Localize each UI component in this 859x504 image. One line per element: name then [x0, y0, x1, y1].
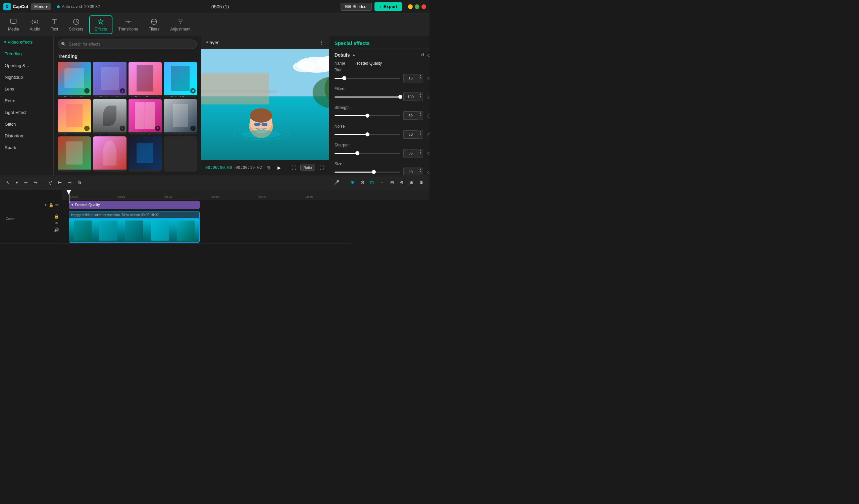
noise-thumb[interactable]: [365, 132, 370, 137]
titlebar: C CapCut Menu ▾ Auto saved: 20:39:32 050…: [0, 0, 430, 13]
size-track[interactable]: [334, 172, 400, 173]
audio-sync-button[interactable]: ↔: [378, 178, 386, 186]
video-audio-icon[interactable]: 🔊: [54, 227, 59, 232]
strength-track[interactable]: [334, 115, 400, 116]
zoom-out-button[interactable]: ⊖: [398, 178, 406, 186]
player-menu-button[interactable]: ⋮: [318, 39, 325, 46]
effect-track-icons: ✦ 🔒 👁: [44, 203, 59, 207]
fullscreen-crop-button[interactable]: ⛶: [290, 164, 297, 171]
trim-end-button[interactable]: ⊣: [66, 178, 74, 186]
zoom-in-button[interactable]: ⊕: [408, 178, 416, 186]
effect-item-flash[interactable]: ↓ Flash Vibration: [164, 99, 197, 134]
strength-down[interactable]: ▼: [418, 114, 423, 117]
video-effects-header[interactable]: ▾ Video effects: [0, 36, 54, 48]
blur-down[interactable]: ▼: [418, 77, 423, 79]
search-input[interactable]: [58, 40, 197, 49]
effect-lock-icon[interactable]: 🔒: [49, 203, 54, 207]
blur-thumb[interactable]: [342, 76, 346, 80]
sidebar-item-lens[interactable]: Lens: [0, 83, 54, 95]
sharpen-track[interactable]: [334, 153, 400, 154]
effect-thumb-optical: ↺: [164, 62, 197, 95]
size-keyframe[interactable]: ◇: [427, 169, 430, 175]
noise-keyframe[interactable]: ◇: [427, 132, 430, 137]
noise-track[interactable]: [334, 134, 400, 135]
tab-effects[interactable]: Effects: [89, 15, 112, 34]
video-track: Happy child on summer vacation. Slow mot…: [62, 210, 351, 243]
ratio-button[interactable]: Ratio: [300, 164, 315, 171]
sidebar-item-light-effect[interactable]: Light Effect: [0, 107, 54, 118]
video-thumbnail-strip[interactable]: [69, 219, 200, 242]
video-eye-icon[interactable]: 👁: [54, 221, 59, 225]
tab-adjustment[interactable]: Adjustment: [165, 16, 195, 33]
blur-track[interactable]: [334, 78, 400, 79]
sidebar-item-glitch[interactable]: Glitch: [0, 118, 54, 130]
effect-item-spook[interactable]: ↓ Spook...amera: [93, 99, 126, 134]
settings-button[interactable]: ⚙: [418, 178, 425, 186]
diamond-button[interactable]: ◇: [427, 52, 430, 58]
sidebar-item-trending[interactable]: Trending: [0, 48, 54, 60]
pip-button[interactable]: ⊠: [358, 178, 366, 186]
timeline-view-button[interactable]: ⊞: [266, 164, 271, 171]
effect-item-girl[interactable]: [93, 137, 126, 172]
tab-audio[interactable]: Audio: [25, 16, 45, 33]
size-thumb[interactable]: [372, 170, 376, 174]
overlay-button[interactable]: ⊡: [368, 178, 376, 186]
menu-button[interactable]: Menu ▾: [31, 3, 51, 10]
effect-item-sharpen[interactable]: ↓ Sharpen Edges: [58, 99, 91, 134]
effect-item-frosted1[interactable]: ↓ Froste...uality: [58, 62, 91, 97]
export-button[interactable]: ↑ Export: [375, 2, 402, 11]
main-track-button[interactable]: ⊞: [349, 178, 356, 186]
effect-star-icon[interactable]: ✦: [44, 203, 47, 207]
noise-down[interactable]: ▼: [418, 133, 423, 136]
filters-down[interactable]: ▼: [418, 95, 423, 98]
noise-control: 50 ▲ ▼ ◇: [334, 130, 430, 139]
select-tool-button[interactable]: ↖: [4, 178, 12, 186]
filters-keyframe[interactable]: ◇: [427, 94, 430, 99]
effect-item-frosted2[interactable]: ↓ Froste...uality: [93, 62, 126, 97]
sharpen-thumb[interactable]: [355, 151, 359, 155]
tab-text[interactable]: Text: [46, 16, 63, 33]
sidebar-item-spark[interactable]: Spark: [0, 142, 54, 154]
microphone-button[interactable]: 🎤: [332, 178, 342, 186]
size-down[interactable]: ▼: [418, 171, 423, 173]
delete-button[interactable]: 🗑: [75, 178, 84, 186]
player-header: Player ⋮: [201, 36, 329, 49]
noise-value-group: 50 ▲ ▼: [403, 130, 423, 139]
sidebar-item-distortion[interactable]: Distortion: [0, 130, 54, 142]
effect-item-xmas[interactable]: [58, 137, 91, 172]
redo-button[interactable]: ↪: [32, 178, 40, 186]
effect-item-optical[interactable]: ↺ Optical Zoom: [164, 62, 197, 97]
undo-button[interactable]: ↩: [22, 178, 30, 186]
strength-thumb[interactable]: [365, 114, 370, 117]
effect-item-split[interactable]: ↺ Split Flicker: [129, 99, 162, 134]
close-button[interactable]: [421, 4, 426, 9]
sharpen-down[interactable]: ▼: [418, 152, 423, 155]
sharpen-keyframe[interactable]: ◇: [427, 151, 430, 156]
subtitle-button[interactable]: ⊟: [388, 178, 396, 186]
tab-media[interactable]: Media: [3, 16, 24, 33]
select-mode-button[interactable]: ▾: [14, 178, 20, 186]
sidebar-item-nightclub[interactable]: Nightclub: [0, 72, 54, 83]
tab-stickers[interactable]: Stickers: [64, 16, 88, 33]
effect-item-rotary[interactable]: Rotary Focus: [129, 62, 162, 97]
effect-eye-icon[interactable]: 👁: [55, 203, 59, 207]
blur-keyframe[interactable]: ◇: [427, 75, 430, 81]
video-lock-icon[interactable]: 🔒: [54, 214, 59, 219]
sidebar-item-retro[interactable]: Retro: [0, 95, 54, 107]
strength-keyframe[interactable]: ◇: [427, 113, 430, 118]
minimize-button[interactable]: [408, 4, 413, 9]
split-button[interactable]: ⧸⧸: [47, 178, 54, 187]
play-button[interactable]: ▶: [274, 163, 284, 172]
filters-track[interactable]: [334, 96, 400, 97]
shortcut-button[interactable]: ⌨ Shortcut: [341, 3, 372, 11]
maximize-button[interactable]: [415, 4, 419, 9]
filters-thumb[interactable]: [398, 95, 402, 99]
effect-clip[interactable]: ✦ Frosted Quality: [69, 201, 200, 209]
effect-item-action[interactable]: [129, 137, 162, 172]
fullscreen-button[interactable]: ⛶: [318, 164, 325, 171]
tab-filters[interactable]: Filters: [144, 16, 164, 33]
reset-button[interactable]: ↺: [420, 52, 424, 58]
sidebar-item-opening[interactable]: Opening &...: [0, 60, 54, 72]
trim-start-button[interactable]: ⊢: [56, 178, 64, 186]
tab-transitions[interactable]: Transitions: [114, 16, 142, 33]
